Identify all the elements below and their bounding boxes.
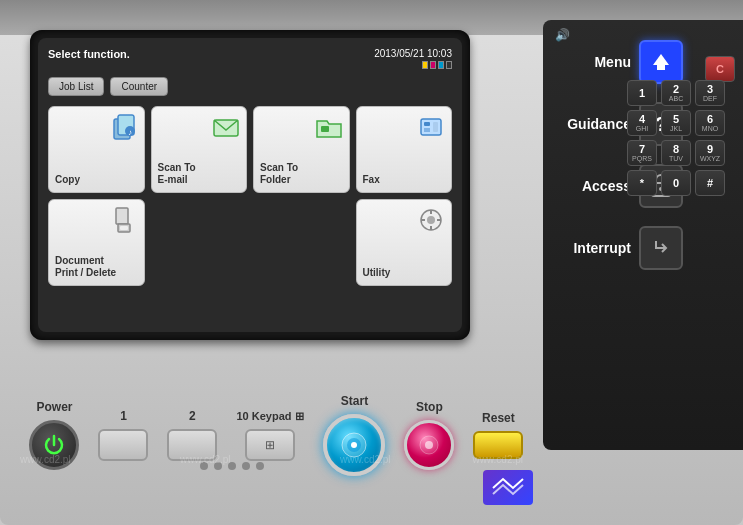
fax-icon <box>417 113 445 141</box>
power-label: Power <box>36 400 72 414</box>
reset-label: Reset <box>482 411 515 425</box>
svg-rect-7 <box>424 122 430 126</box>
select-function-label: Select function. <box>48 48 130 60</box>
toner-yellow <box>422 61 428 69</box>
btn2-label: 2 <box>189 409 196 423</box>
utility-label: Utility <box>363 267 391 279</box>
numpad-key-5[interactable]: 5 JKL <box>661 110 691 136</box>
svg-rect-16 <box>430 210 432 214</box>
toner-cyan <box>438 61 444 69</box>
scan-email-label: Scan ToE-mail <box>158 162 196 186</box>
function-grid: ♪ Copy Scan ToE-mail <box>48 106 452 286</box>
copy-button[interactable]: ♪ Copy <box>48 106 145 193</box>
screen-panel: Select function. 2013/05/21 10:03 Job Li… <box>30 30 470 340</box>
utility-button[interactable]: Utility <box>356 199 453 286</box>
menu-label: Menu <box>551 54 631 70</box>
svg-point-25 <box>351 442 357 448</box>
numpad-key-star[interactable]: * <box>627 170 657 196</box>
btn1-group: 1 <box>98 409 148 461</box>
interrupt-button[interactable] <box>639 226 683 270</box>
svg-rect-11 <box>116 208 128 224</box>
toner-indicators <box>422 61 452 69</box>
dot-5 <box>256 462 264 470</box>
fax-label: Fax <box>363 174 380 186</box>
machine-body: Select function. 2013/05/21 10:03 Job Li… <box>0 0 743 525</box>
btn1-label: 1 <box>120 409 127 423</box>
screen-header: Select function. 2013/05/21 10:03 <box>48 48 452 69</box>
reset-group: Reset <box>473 411 523 459</box>
start-group: Start <box>323 394 385 476</box>
numpad-key-7[interactable]: 7 PQRS <box>627 140 657 166</box>
button-2[interactable] <box>167 429 217 461</box>
svg-rect-13 <box>120 226 128 230</box>
interrupt-row: Interrupt <box>551 226 683 270</box>
numpad-key-0[interactable]: 0 <box>661 170 691 196</box>
copy-icon: ♪ <box>110 113 138 141</box>
button-1[interactable] <box>98 429 148 461</box>
btn2-group: 2 <box>167 409 217 461</box>
svg-rect-19 <box>437 219 441 221</box>
toner-magenta <box>430 61 436 69</box>
numpad-key-8[interactable]: 8 TUV <box>661 140 691 166</box>
svg-rect-17 <box>430 226 432 230</box>
dot-1 <box>200 462 208 470</box>
screen-inner: Select function. 2013/05/21 10:03 Job Li… <box>38 38 462 332</box>
datetime-area: 2013/05/21 10:03 <box>374 48 452 69</box>
access-label: Access <box>551 178 631 194</box>
stop-group: Stop <box>404 400 454 470</box>
doc-print-icon <box>110 206 138 234</box>
datetime: 2013/05/21 10:03 <box>374 48 452 59</box>
numpad-key-1[interactable]: 1 <box>627 80 657 106</box>
job-list-button[interactable]: Job List <box>48 77 104 96</box>
numpad-key-hash[interactable]: # <box>695 170 725 196</box>
keypad-grid-icon: ⊞ <box>265 438 275 452</box>
scan-folder-button[interactable]: Scan ToFolder <box>253 106 350 193</box>
counter-button[interactable]: Counter <box>110 77 168 96</box>
scan-folder-icon <box>315 113 343 141</box>
power-group: Power <box>29 400 79 470</box>
numpad-key-4[interactable]: 4 GHI <box>627 110 657 136</box>
scan-folder-label: Scan ToFolder <box>260 162 298 186</box>
start-button[interactable] <box>323 414 385 476</box>
svg-rect-5 <box>321 126 329 132</box>
numpad-key-2[interactable]: 2 ABC <box>661 80 691 106</box>
svg-rect-18 <box>421 219 425 221</box>
logo-badge <box>483 470 533 505</box>
dot-2 <box>214 462 222 470</box>
numpad-container: 1 2 ABC 3 DEF 4 GHI 5 JKL <box>630 50 735 82</box>
svg-point-27 <box>425 441 433 449</box>
fax-button[interactable]: Fax <box>356 106 453 193</box>
dot-3 <box>228 462 236 470</box>
dots-decoration <box>200 462 264 470</box>
keypad-icon: ⊞ <box>295 410 304 423</box>
right-panel: 🔊 Menu Guidance ? <box>543 20 743 450</box>
keypad-group: 10 Keypad ⊞ ⊞ <box>236 410 304 461</box>
stop-button[interactable] <box>404 420 454 470</box>
screen-toolbar: Job List Counter <box>48 77 452 96</box>
numpad: 1 2 ABC 3 DEF 4 GHI 5 JKL <box>627 80 725 196</box>
power-button[interactable] <box>29 420 79 470</box>
guidance-label: Guidance <box>551 116 631 132</box>
numpad-key-3[interactable]: 3 DEF <box>695 80 725 106</box>
logo-area <box>483 470 533 505</box>
start-label: Start <box>341 394 368 408</box>
interrupt-label: Interrupt <box>551 240 631 256</box>
doc-print-label: DocumentPrint / Delete <box>55 255 116 279</box>
empty-slot-1 <box>151 199 248 286</box>
svg-text:♪: ♪ <box>128 128 132 137</box>
doc-print-button[interactable]: DocumentPrint / Delete <box>48 199 145 286</box>
keypad-label: 10 Keypad ⊞ <box>236 410 304 423</box>
utility-icon <box>417 206 445 234</box>
reset-button[interactable] <box>473 431 523 459</box>
dot-4 <box>242 462 250 470</box>
copy-label: Copy <box>55 174 80 186</box>
scan-email-icon <box>212 113 240 141</box>
scan-email-button[interactable]: Scan ToE-mail <box>151 106 248 193</box>
svg-point-15 <box>427 216 435 224</box>
numpad-key-6[interactable]: 6 MNO <box>695 110 725 136</box>
toner-black <box>446 61 452 69</box>
numpad-key-9[interactable]: 9 WXYZ <box>695 140 725 166</box>
empty-slot-2 <box>253 199 350 286</box>
clear-button[interactable]: C <box>705 56 735 82</box>
keypad-button[interactable]: ⊞ <box>245 429 295 461</box>
